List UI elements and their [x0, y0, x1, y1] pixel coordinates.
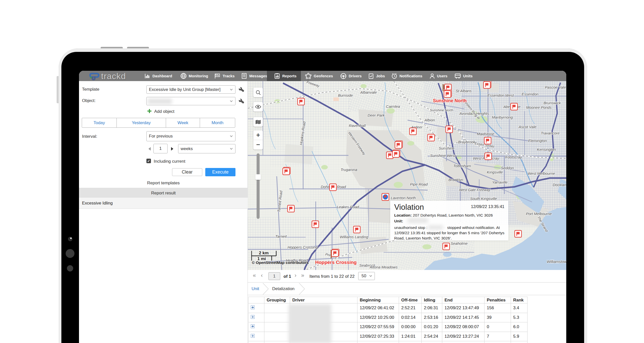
svg-text:St Albans: St Albans [456, 89, 472, 93]
svg-text:Maribyrnong: Maribyrnong [492, 115, 513, 119]
svg-text:Cairnlea: Cairnlea [386, 104, 400, 109]
svg-text:Docklands: Docklands [553, 183, 566, 187]
svg-text:Essendon: Essendon [522, 92, 539, 96]
svg-text:Yarraville: Yarraville [492, 180, 507, 184]
svg-text:Leakes Road: Leakes Road [337, 205, 359, 209]
svg-text:Altona Meadows: Altona Meadows [370, 265, 398, 269]
svg-text:Deer Park: Deer Park [368, 113, 385, 117]
svg-text:Williamstown: Williamstown [547, 259, 566, 264]
svg-text:Hoppers Crossing: Hoppers Crossing [288, 245, 318, 249]
svg-text:Laverton North: Laverton North [391, 196, 416, 200]
svg-text:Maidstone: Maidstone [477, 132, 494, 136]
svg-text:Port Melbourne: Port Melbourne [526, 212, 552, 216]
svg-text:2 km: 2 km [259, 251, 269, 255]
svg-text:Brunswick: Brunswick [544, 101, 561, 105]
svg-text:Sunshine West: Sunshine West [430, 153, 456, 158]
svg-text:Flemington: Flemington [528, 139, 547, 143]
svg-text:South Kingsville: South Kingsville [470, 196, 497, 201]
svg-text:Braybrook: Braybrook [458, 140, 476, 144]
svg-text:Seddon: Seddon [501, 166, 514, 170]
svg-text:Pipe Road: Pipe Road [410, 182, 428, 186]
svg-text:Brooklyn: Brooklyn [449, 178, 463, 182]
svg-text:Ravenhall: Ravenhall [349, 123, 366, 128]
svg-text:Sunshine: Sunshine [439, 146, 455, 150]
svg-text:Kensington: Kensington [537, 147, 556, 152]
svg-text:Tottenham: Tottenham [453, 164, 471, 168]
svg-text:Kingsville: Kingsville [487, 170, 503, 174]
svg-text:Moonee Ponds: Moonee Ponds [526, 105, 552, 110]
svg-text:Ascot Vale: Ascot Vale [518, 125, 536, 129]
svg-text:Albanvale: Albanvale [360, 90, 377, 94]
svg-text:Travancore: Travancore [541, 131, 560, 135]
svg-text:West Melbourne: West Melbourne [528, 171, 555, 176]
svg-text:Tarneit: Tarneit [275, 234, 287, 238]
svg-text:Footscray: Footscray [505, 155, 522, 159]
svg-text:Pascoe Vale S: Pascoe Vale S [545, 85, 566, 89]
svg-text:Burnside: Burnside [338, 93, 353, 97]
svg-text:West Gate Freeway: West Gate Freeway [459, 188, 490, 192]
svg-text:Essendon West: Essendon West [488, 93, 514, 97]
svg-text:Sunshine North: Sunshine North [430, 108, 453, 112]
svg-text:Truganina: Truganina [341, 167, 357, 172]
svg-text:Seaholme: Seaholme [451, 241, 468, 246]
svg-text:Albion: Albion [424, 118, 435, 122]
svg-text:Williams Landing: Williams Landing [340, 235, 368, 239]
